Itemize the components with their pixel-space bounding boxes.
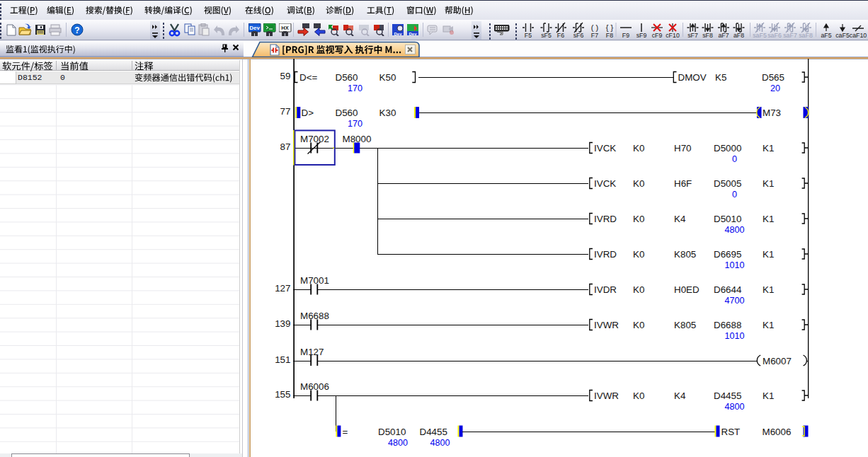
svg-text:K4: K4	[674, 214, 686, 224]
svg-text:H6F: H6F	[674, 178, 692, 189]
svg-text:1010: 1010	[724, 260, 744, 270]
svg-text:D4455: D4455	[420, 427, 447, 437]
svg-text:H70: H70	[674, 143, 692, 154]
svg-text:K50: K50	[379, 72, 396, 83]
svg-text:K805: K805	[674, 320, 696, 330]
svg-text:D<=: D<=	[299, 72, 317, 83]
svg-text:4700: 4700	[724, 296, 744, 306]
svg-text:saF6: saF6	[767, 32, 782, 39]
svg-text:M6007: M6007	[763, 356, 792, 366]
svg-text:M73: M73	[763, 108, 781, 118]
svg-text:4800: 4800	[388, 438, 408, 448]
svg-text:aF5: aF5	[821, 32, 831, 39]
svg-text:D560: D560	[336, 108, 358, 118]
svg-text:87: 87	[280, 141, 291, 152]
svg-text:K0: K0	[633, 391, 644, 401]
svg-text:IVRD: IVRD	[594, 214, 617, 224]
svg-text:D6695: D6695	[714, 249, 741, 260]
svg-text:K1: K1	[763, 320, 774, 330]
svg-text:4800: 4800	[430, 438, 450, 448]
svg-text:139: 139	[275, 318, 290, 329]
svg-text:K30: K30	[379, 108, 396, 118]
svg-text:IVWR: IVWR	[594, 391, 619, 401]
svg-text:=: =	[343, 427, 348, 437]
svg-text:aF8: aF8	[733, 32, 744, 39]
svg-text:K0: K0	[633, 178, 644, 189]
svg-text:20: 20	[770, 83, 780, 93]
svg-text:0: 0	[732, 154, 737, 164]
svg-text:IVWR: IVWR	[594, 320, 619, 330]
svg-text:F6: F6	[557, 32, 564, 39]
svg-text:H0ED: H0ED	[674, 284, 699, 295]
svg-text:4800: 4800	[724, 402, 744, 412]
svg-text:K1: K1	[763, 249, 774, 260]
svg-text:1010: 1010	[724, 331, 744, 341]
svg-text:K0: K0	[633, 143, 644, 154]
svg-text:K4: K4	[674, 391, 686, 401]
svg-text:K0: K0	[633, 284, 644, 295]
svg-text:170: 170	[348, 83, 362, 93]
svg-text:155: 155	[275, 389, 290, 400]
svg-text:D6688: D6688	[714, 320, 741, 330]
svg-text:DMOV: DMOV	[678, 72, 707, 83]
svg-text:127: 127	[275, 283, 290, 294]
svg-text:( ): ( )	[591, 23, 598, 32]
svg-text:K0: K0	[633, 320, 644, 330]
svg-text:D565: D565	[762, 72, 784, 83]
svg-text:K1: K1	[763, 284, 774, 295]
svg-text:M7002: M7002	[300, 134, 329, 144]
svg-text:IVRD: IVRD	[594, 249, 617, 260]
svg-text:{ }: { }	[606, 23, 614, 32]
svg-text:caF10: caF10	[850, 32, 867, 39]
svg-text:cF10: cF10	[666, 32, 680, 39]
svg-text:170: 170	[348, 119, 362, 129]
svg-text:D5010: D5010	[378, 427, 406, 437]
svg-text:sF9: sF9	[636, 32, 647, 39]
svg-text:K0: K0	[633, 214, 644, 224]
svg-text:M6006: M6006	[763, 427, 792, 437]
svg-text:0: 0	[732, 190, 737, 199]
svg-text:F8: F8	[606, 32, 613, 39]
svg-text:D>: D>	[302, 108, 314, 118]
svg-text:M6006: M6006	[300, 381, 329, 392]
svg-text:caF5: caF5	[835, 32, 850, 39]
svg-text:sF7: sF7	[687, 32, 698, 39]
svg-text:sF5: sF5	[541, 32, 552, 39]
svg-text:saF7: saF7	[783, 32, 797, 39]
svg-text:K0: K0	[633, 249, 644, 260]
svg-text:aF7: aF7	[718, 32, 729, 39]
svg-text:HX: HX	[281, 25, 288, 31]
svg-text:151: 151	[275, 354, 290, 365]
svg-text:D5010: D5010	[714, 214, 741, 224]
svg-text:D5000: D5000	[714, 143, 741, 154]
svg-text:F9: F9	[622, 32, 629, 39]
svg-text:59: 59	[280, 71, 291, 81]
svg-text:K1: K1	[763, 391, 774, 401]
svg-text:D5005: D5005	[714, 178, 741, 189]
svg-text:D560: D560	[336, 72, 358, 83]
svg-text:Dev: Dev	[249, 25, 260, 31]
svg-text:K1: K1	[763, 214, 774, 224]
svg-text:K1: K1	[763, 178, 774, 189]
svg-text:IVDR: IVDR	[594, 284, 617, 295]
svg-text:K1: K1	[763, 143, 774, 154]
svg-text:M127: M127	[300, 347, 324, 357]
svg-text:RST: RST	[721, 427, 741, 437]
svg-text:4800: 4800	[724, 225, 744, 235]
svg-text:D4455: D4455	[714, 391, 741, 401]
svg-text:?: ?	[74, 25, 79, 35]
svg-text:saF8: saF8	[799, 32, 813, 39]
svg-text:sF6: sF6	[573, 32, 584, 39]
svg-text:M6688: M6688	[300, 311, 329, 321]
svg-text:K805: K805	[674, 249, 696, 260]
svg-text:saF5: saF5	[753, 32, 767, 39]
svg-text:IVCK: IVCK	[594, 143, 616, 154]
svg-text:IVCK: IVCK	[594, 178, 616, 189]
svg-text:M7001: M7001	[300, 275, 329, 286]
svg-text:77: 77	[280, 106, 291, 117]
svg-text:Dev: Dev	[394, 32, 402, 36]
svg-text:cF9: cF9	[652, 32, 663, 39]
svg-text:F5: F5	[525, 32, 532, 39]
svg-text:K5: K5	[715, 72, 726, 83]
svg-text:Dev: Dev	[409, 32, 417, 36]
